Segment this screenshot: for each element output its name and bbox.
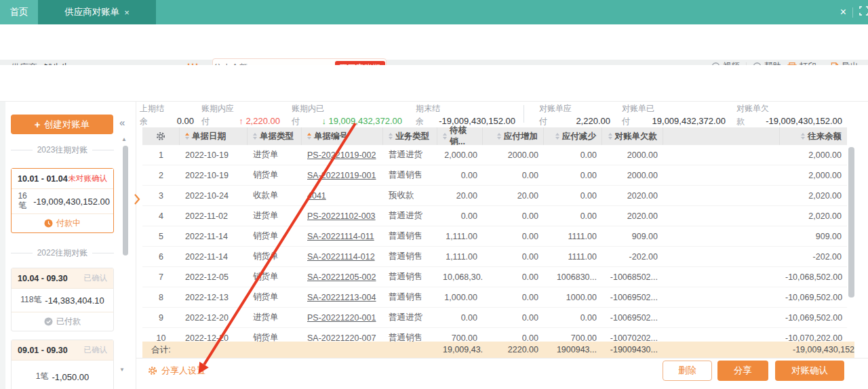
- table-cell: 3: [142, 191, 180, 201]
- reconcile-confirm-button[interactable]: 对账确认: [775, 361, 844, 381]
- column-header-label: 单据类型: [260, 131, 294, 142]
- table-cell: 销货单: [248, 291, 302, 303]
- sidebar-scroll-up-icon[interactable]: ▲: [121, 136, 127, 142]
- column-header[interactable]: 单据日期: [180, 127, 248, 145]
- table-cell: 1111.00: [544, 232, 602, 241]
- sidebar-scrollbar-thumb[interactable]: [123, 146, 128, 255]
- statement-card[interactable]: 10.01 - 01.04未对账确认16笔-19,009,430,152.00付…: [11, 168, 114, 233]
- table-row[interactable]: 32022-10-24收款单4041预收款20.0020.000.002020.…: [142, 186, 847, 206]
- tab-bar: 首页 供应商对账单 × ×: [0, 0, 868, 24]
- column-settings-button[interactable]: [142, 127, 180, 145]
- tab-close-icon[interactable]: ×: [124, 7, 130, 18]
- delete-button[interactable]: 删除: [663, 361, 712, 381]
- table-row[interactable]: 42022-11-02进货单PS-20221102-003普通进货0.000.0…: [142, 206, 847, 226]
- sort-icon[interactable]: [443, 133, 447, 140]
- doc-number-link[interactable]: PS-20221019-002: [307, 150, 376, 160]
- column-header[interactable]: 单据编号: [302, 127, 383, 145]
- sidebar-scroll-down-icon[interactable]: ▼: [119, 367, 125, 373]
- column-header-label: 应付减少: [562, 131, 596, 142]
- table-cell: 普通销售: [383, 230, 437, 242]
- table-cell: 2020.00: [602, 211, 663, 221]
- table-cell: 1111.00: [544, 252, 602, 262]
- doc-number-link[interactable]: SA-20221114-011: [307, 232, 374, 241]
- table-cell: PS-20221220-001: [302, 313, 383, 323]
- table-scrollbar-thumb[interactable]: [848, 147, 854, 298]
- sort-icon[interactable]: [497, 133, 501, 140]
- column-header[interactable]: 往来余额: [780, 127, 847, 145]
- table-cell: 2022-12-20: [180, 313, 248, 323]
- table-cell: 普通销售: [383, 169, 437, 181]
- window-maximize-icon[interactable]: [859, 6, 868, 18]
- card-status: 未对账确认: [68, 173, 108, 184]
- card-amount: -19,009,430,152.00: [33, 197, 110, 207]
- column-header[interactable]: 应付增加: [483, 127, 544, 145]
- column-header[interactable]: 应付减少: [544, 127, 602, 145]
- table-row[interactable]: 52022-11-14销货单SA-20221114-011普通销售1,111.0…: [142, 226, 847, 247]
- doc-number-link[interactable]: SA-20221019-001: [307, 171, 376, 180]
- period-section-title: 2022往期对账: [11, 247, 114, 259]
- sort-icon[interactable]: [185, 133, 189, 140]
- table-cell: 909.00: [602, 232, 663, 241]
- sort-icon[interactable]: [608, 133, 612, 140]
- doc-number-link[interactable]: SA-20221205-002: [307, 272, 376, 282]
- share-button[interactable]: 分享: [717, 361, 768, 381]
- total-label: 合计:: [142, 344, 180, 356]
- card-status: 已确认: [84, 345, 108, 355]
- table-cell: 4041: [302, 191, 383, 201]
- table-cell: 2022-10-19: [180, 171, 248, 180]
- statement-card[interactable]: 10.04 - 09.30已确认118笔-14,383,404.10已付款: [11, 268, 114, 331]
- sort-icon[interactable]: [307, 133, 311, 140]
- table-cell: 1006830...: [544, 272, 602, 282]
- doc-number-link[interactable]: PS-20221102-003: [307, 211, 376, 221]
- column-header[interactable]: 待核销...: [437, 127, 483, 145]
- summary-block: 对账单欠款-19,009,430,152.00: [736, 104, 842, 127]
- table-cell: 1: [142, 150, 180, 160]
- column-header-label: 对账单欠款: [615, 131, 658, 142]
- summary-block: 期末结余-19,009,430,152.00: [416, 104, 515, 127]
- sort-icon[interactable]: [801, 133, 805, 140]
- table-cell: -10069502...: [602, 293, 663, 302]
- table-cell: 2022-11-14: [180, 252, 248, 262]
- sort-icon[interactable]: [389, 133, 393, 140]
- column-header[interactable]: 对账单欠款: [602, 127, 663, 145]
- column-header[interactable]: 单据类型: [248, 127, 302, 145]
- doc-number-link[interactable]: SA-20221213-004: [307, 293, 376, 302]
- sort-icon[interactable]: [253, 133, 257, 140]
- left-margin: [0, 102, 5, 389]
- table-row[interactable]: 82022-12-13销货单SA-20221213-004普通销售1,000.0…: [142, 287, 847, 308]
- table-cell: 9: [142, 313, 180, 323]
- table-cell: -10,069,502.00: [780, 313, 847, 323]
- total-cell: -19,009,430,152.00: [787, 345, 854, 354]
- clock-icon: [44, 219, 53, 228]
- tab-home[interactable]: 首页: [0, 0, 38, 24]
- table-cell: 2022-11-14: [180, 232, 248, 241]
- table-cell: 2022-12-05: [180, 272, 248, 282]
- table-row[interactable]: 72022-12-05销货单SA-20221205-002普通销售10,068,…: [142, 267, 847, 287]
- table-row[interactable]: 12022-10-19进货单PS-20221019-002普通进货2,000.0…: [142, 145, 847, 165]
- card-date-range: 10.01 - 01.04: [18, 174, 68, 184]
- sort-icon[interactable]: [555, 133, 559, 140]
- column-header[interactable]: 业务类型: [383, 127, 437, 145]
- create-statement-button[interactable]: + 创建对账单: [11, 115, 113, 134]
- app-window: 首页 供应商对账单 × × 供应商 邹先生 ··· 往来余额: -19,009,…: [0, 0, 868, 389]
- doc-number-link[interactable]: 4041: [307, 191, 326, 201]
- table-cell: 8: [142, 293, 180, 302]
- statement-card[interactable]: 09.01 - 09.30已确认1笔-1,050.00: [11, 340, 114, 389]
- window-close-icon[interactable]: ×: [840, 6, 846, 18]
- summary-block: 上期结余0.00: [140, 104, 194, 127]
- doc-number-link[interactable]: PS-20221220-001: [307, 313, 376, 323]
- total-cell: 2220.00: [483, 345, 544, 354]
- tab-supplier-statement[interactable]: 供应商对账单 ×: [38, 0, 156, 24]
- table-row[interactable]: 92022-12-20进货单PS-20221220-001普通进货0.000.0…: [142, 308, 847, 328]
- sidebar-main-divider: [136, 102, 136, 389]
- sidebar-collapse-icon[interactable]: «: [119, 117, 125, 128]
- table-cell: 2000.00: [602, 150, 663, 160]
- share-settings-link[interactable]: 分享人设置: [148, 365, 205, 377]
- table-cell: 收款单: [248, 190, 302, 201]
- table-row[interactable]: 62022-11-14销货单SA-20221114-012普通销售1,111.0…: [142, 247, 847, 267]
- doc-number-link[interactable]: SA-20221114-012: [307, 252, 375, 262]
- table-cell: 销货单: [248, 169, 302, 181]
- table-cell: 进货单: [248, 149, 302, 161]
- table-row[interactable]: 22022-10-19销货单SA-20221019-001普通销售0.000.0…: [142, 165, 847, 186]
- selected-card-pointer-icon: [134, 193, 140, 208]
